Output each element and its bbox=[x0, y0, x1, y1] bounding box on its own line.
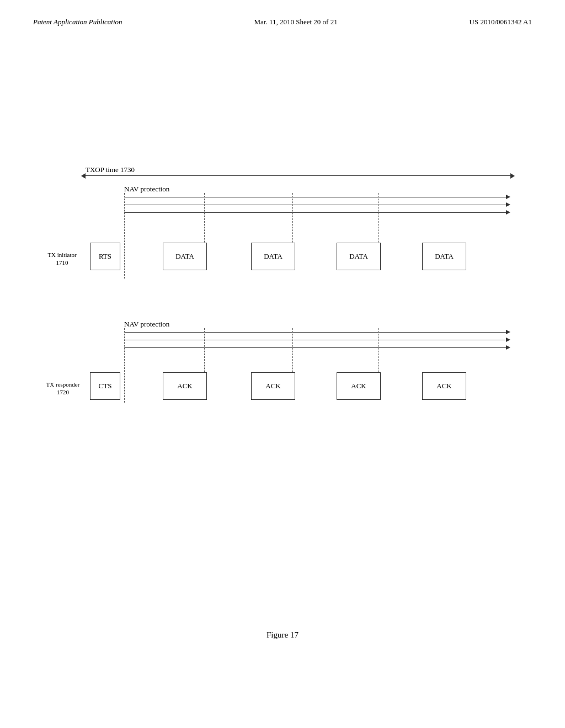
tx-responder-label: TX responder 1720 bbox=[44, 381, 82, 397]
txop-label: TXOP time 1730 bbox=[86, 165, 135, 174]
txop-arrow bbox=[86, 175, 510, 176]
data-box-3: DATA bbox=[337, 243, 381, 270]
tx-initiator-label: TX initiator 1710 bbox=[44, 251, 80, 267]
nav-protection-bottom-label: NAV protection bbox=[124, 320, 169, 329]
patent-number-label: US 2010/0061342 A1 bbox=[470, 18, 532, 26]
figure-caption: Figure 17 bbox=[0, 630, 565, 640]
sheet-info-label: Mar. 11, 2010 Sheet 20 of 21 bbox=[254, 18, 337, 26]
ack-box-4: ACK bbox=[422, 372, 466, 400]
rts-box: RTS bbox=[90, 243, 120, 270]
ack-box-1: ACK bbox=[163, 372, 207, 400]
data-box-1: DATA bbox=[163, 243, 207, 270]
cts-box: CTS bbox=[90, 372, 120, 400]
nav-protection-top-label: NAV protection bbox=[124, 185, 169, 194]
ack-box-2: ACK bbox=[251, 372, 295, 400]
figure-area: TXOP time 1730 NAV protection TX initiat… bbox=[44, 165, 519, 452]
ack-box-3: ACK bbox=[337, 372, 381, 400]
patent-type-label: Patent Application Publication bbox=[33, 18, 122, 26]
nav-arrows-top bbox=[124, 194, 510, 217]
dashed-line-1 bbox=[124, 193, 125, 279]
nav-arrows-bottom bbox=[124, 329, 510, 352]
data-box-4: DATA bbox=[422, 243, 466, 270]
dashed-line-r1 bbox=[124, 328, 125, 403]
data-box-2: DATA bbox=[251, 243, 295, 270]
